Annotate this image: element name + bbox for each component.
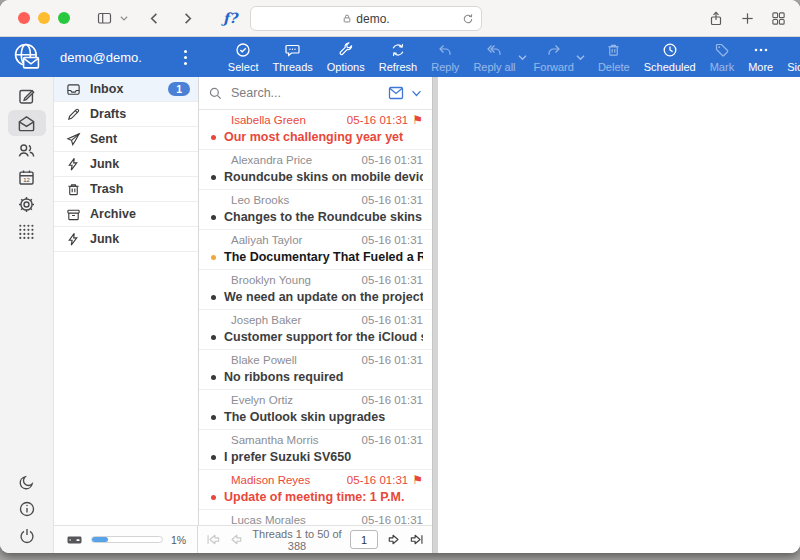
extension-icon[interactable]: ƒ? [223,10,237,26]
threads-count-label: Threads 1 to 50 of 388 [252,528,342,552]
check-circle-icon [235,42,251,58]
paper-plane-icon [66,132,81,147]
flag-icon: ⚑ [412,114,423,126]
mark-button[interactable]: Mark [703,42,741,73]
pagination: Threads 1 to 50 of 388 [198,526,432,553]
svg-text:12: 12 [23,177,30,183]
delete-button[interactable]: Delete [591,42,637,73]
zoom-window-button[interactable] [58,12,70,24]
folder-label: Junk [90,157,190,171]
status-dot [211,415,216,420]
sidebar-chevron-icon[interactable] [119,13,129,23]
tag-icon [714,42,730,58]
list-actions: Select Threads Options Refresh [221,42,424,73]
info-icon[interactable] [8,496,46,522]
app-logo-icon[interactable] [8,41,46,73]
list-options-chevron-icon[interactable] [410,88,423,99]
message-row[interactable]: Isabella Green05-16 01:31⚑ Our most chal… [199,110,432,150]
status-dot [211,375,216,380]
message-row[interactable]: Leo Brooks05-16 01:31 Changes to the Rou… [199,190,432,230]
status-dot [211,255,216,260]
forward-button[interactable] [180,11,195,26]
message-preview-pane [438,77,800,553]
compose-button[interactable] [8,83,46,109]
message-row[interactable]: Joseph Baker05-16 01:31 Customer support… [199,310,432,350]
contacts-nav-button[interactable] [8,137,46,163]
message-row[interactable]: Samantha Morris05-16 01:31 I prefer Suzu… [199,430,432,470]
lightning-icon [66,157,81,172]
new-tab-icon[interactable] [740,11,755,26]
reply-button[interactable]: Reply [424,42,466,73]
close-window-button[interactable] [18,12,30,24]
apps-grid-icon[interactable] [8,218,46,244]
status-bar: 1% Threads 1 to 50 of 388 [54,525,432,553]
status-dot [211,135,216,140]
logout-power-icon[interactable] [8,523,46,549]
folder-trash[interactable]: Trash [54,177,198,202]
first-page-button[interactable] [206,532,221,547]
message-row[interactable]: Evelyn Ortiz05-16 01:31 The Outlook skin… [199,390,432,430]
next-page-button[interactable] [386,532,401,547]
traffic-lights [18,12,70,24]
minimize-window-button[interactable] [38,12,50,24]
page-number-input[interactable] [350,530,378,549]
last-page-button[interactable] [409,532,424,547]
quota-slider[interactable] [91,536,163,543]
more-button[interactable]: More [741,42,780,73]
folder-junk[interactable]: Junk [54,152,198,177]
sidebar-collapse-button[interactable]: Sidebar [780,42,800,73]
mail-nav-button[interactable] [8,110,46,136]
select-button[interactable]: Select [221,42,266,73]
calendar-nav-button[interactable]: 12 [8,164,46,190]
previous-page-button[interactable] [229,532,244,547]
message-row[interactable]: Aaliyah Taylor05-16 01:31 The Documentar… [199,230,432,270]
quota-percent: 1% [171,534,186,546]
refresh-button[interactable]: Refresh [372,42,425,73]
reply-icon [436,42,454,58]
message-rows: Isabella Green05-16 01:31⚑ Our most chal… [199,110,432,525]
options-button[interactable]: Options [320,42,372,73]
settings-nav-button[interactable] [8,191,46,217]
url-text: demo. [356,12,389,26]
status-dot [211,455,216,460]
message-row[interactable]: Alexandra Price05-16 01:31 Roundcube ski… [199,150,432,190]
address-bar[interactable]: demo. [250,6,482,31]
account-menu-icon[interactable] [184,50,187,65]
reply-all-button[interactable]: Reply all [466,42,522,73]
status-dot [211,215,216,220]
clock-icon [662,42,678,58]
folder-drafts[interactable]: Drafts [54,102,198,127]
webmail-toolbar: demo@demo. Select Threads Options Refres… [0,37,800,77]
pencil-icon [66,107,81,122]
disk-icon [66,533,83,547]
folder-junk2[interactable]: Junk [54,227,198,252]
chat-bubble-icon [284,42,301,58]
archive-icon [66,207,81,222]
sidebar-toggle-icon[interactable] [96,10,113,26]
account-label[interactable]: demo@demo. [60,50,142,65]
dark-mode-icon[interactable] [8,469,46,495]
tab-overview-icon[interactable] [771,11,786,26]
search-icon [208,86,223,101]
envelope-filter-icon[interactable] [388,86,404,100]
search-input[interactable] [229,85,382,101]
folder-sent[interactable]: Sent [54,127,198,152]
more-dots-icon [753,42,769,58]
folder-inbox[interactable]: Inbox 1 [54,77,198,102]
message-row[interactable]: Lucas Morales05-16 01:31 Newsletter [199,510,432,525]
threads-button[interactable]: Threads [265,42,319,73]
message-row[interactable]: Brooklyn Young05-16 01:31 We need an upd… [199,270,432,310]
reload-icon[interactable] [462,13,474,25]
browser-titlebar: ƒ? demo. [0,0,800,37]
message-row[interactable]: Blake Powell05-16 01:31 No ribbons requi… [199,350,432,390]
inbox-icon [66,82,81,97]
scheduled-button[interactable]: Scheduled [637,42,703,73]
message-list-pane: Isabella Green05-16 01:31⚑ Our most chal… [199,77,432,525]
share-icon[interactable] [708,10,724,27]
forward-button[interactable]: Forward [527,42,581,73]
folder-archive[interactable]: Archive [54,202,198,227]
trash-icon [606,42,621,58]
back-button[interactable] [147,11,162,26]
message-row[interactable]: Madison Reyes05-16 01:31⚑ Update of meet… [199,470,432,510]
unread-count-badge: 1 [168,82,190,96]
